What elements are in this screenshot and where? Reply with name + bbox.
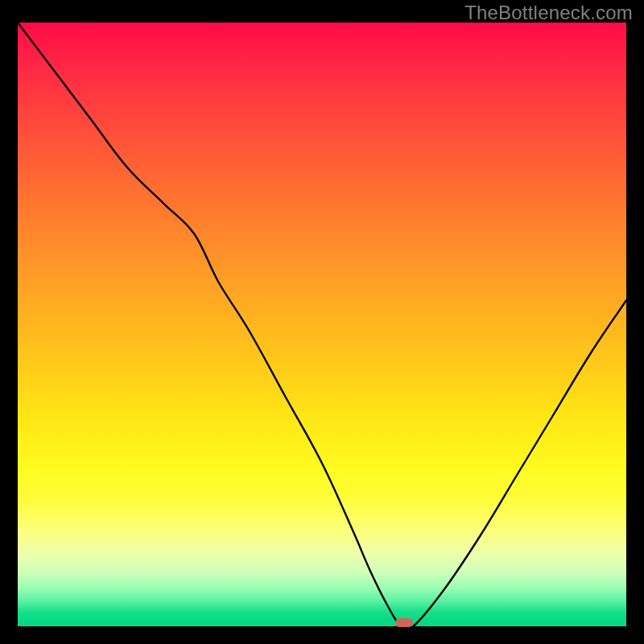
chart-frame: TheBottleneck.com — [0, 0, 644, 644]
optimal-point-marker — [395, 618, 413, 627]
bottleneck-curve — [18, 23, 626, 626]
plot-area — [18, 23, 626, 626]
watermark-text: TheBottleneck.com — [464, 2, 633, 24]
